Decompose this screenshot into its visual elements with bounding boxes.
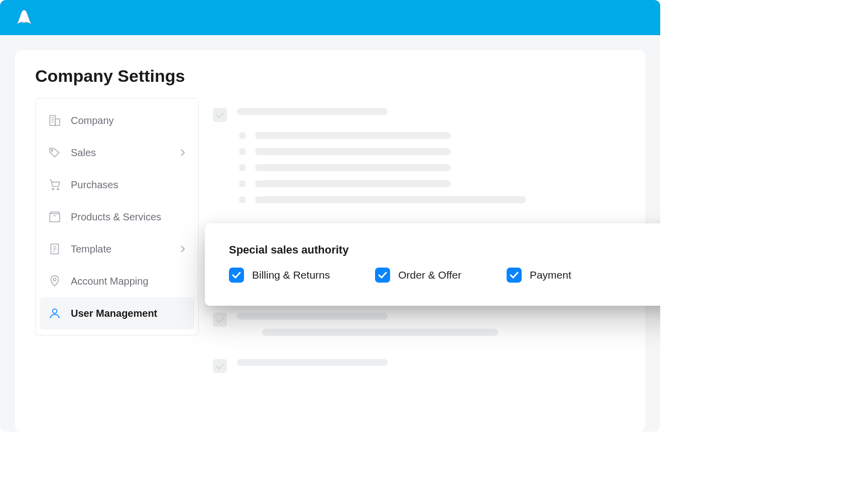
placeholder-checkbox — [213, 313, 227, 327]
user-icon — [48, 306, 62, 320]
checkbox-label: Payment — [530, 269, 571, 281]
checkbox-checked-icon — [375, 268, 390, 283]
sidebar-item-label: Sales — [71, 147, 96, 159]
svg-rect-8 — [50, 214, 60, 222]
placeholder-group — [213, 108, 625, 124]
app-logo-icon — [14, 8, 34, 28]
settings-sidebar: Company Sales — [35, 98, 199, 336]
page-title: Company Settings — [35, 66, 625, 86]
placeholder-checkbox — [213, 108, 227, 122]
checkbox-order-offer[interactable]: Order & Offer — [375, 268, 461, 283]
sidebar-item-purchases[interactable]: Purchases — [40, 169, 194, 201]
placeholder-checkbox — [213, 359, 227, 373]
svg-point-6 — [52, 188, 54, 190]
checkbox-billing-returns[interactable]: Billing & Returns — [229, 268, 330, 283]
cart-icon — [48, 178, 62, 192]
sidebar-item-products[interactable]: Products & Services — [40, 201, 194, 233]
sidebar-item-sales[interactable]: Sales — [40, 137, 194, 169]
sales-authority-popover: Special sales authority Billing & Return… — [205, 223, 660, 306]
placeholder-group — [213, 313, 625, 345]
sidebar-item-label: Company — [71, 115, 114, 127]
document-icon — [48, 242, 62, 256]
placeholder-bar — [237, 108, 388, 115]
sidebar-item-label: User Management — [71, 308, 157, 319]
svg-rect-1 — [55, 119, 60, 125]
sidebar-item-label: Template — [71, 243, 111, 255]
svg-point-5 — [51, 150, 53, 151]
svg-point-7 — [57, 188, 59, 190]
map-pin-icon — [48, 274, 62, 288]
chevron-right-icon — [179, 245, 186, 253]
svg-point-14 — [53, 278, 56, 281]
building-icon — [48, 113, 62, 128]
box-icon — [48, 210, 62, 224]
sidebar-item-label: Purchases — [71, 179, 118, 191]
chevron-right-icon — [179, 149, 186, 156]
checkbox-label: Order & Offer — [398, 269, 461, 281]
placeholder-row — [213, 148, 625, 155]
svg-point-15 — [53, 309, 57, 313]
sidebar-item-label: Account Mapping — [71, 276, 149, 287]
checkbox-label: Billing & Returns — [252, 269, 330, 281]
checkbox-checked-icon — [507, 268, 522, 283]
sidebar-item-account-mapping[interactable]: Account Mapping — [40, 265, 194, 297]
sidebar-item-user-management[interactable]: User Management — [40, 297, 194, 329]
placeholder-group — [213, 359, 625, 375]
svg-rect-0 — [50, 115, 55, 125]
placeholder-bar — [237, 313, 388, 320]
titlebar — [0, 0, 660, 35]
sidebar-item-template[interactable]: Template — [40, 233, 194, 265]
placeholder-bar — [262, 329, 498, 336]
placeholder-row — [213, 196, 625, 203]
app-window: Company Settings Company — [0, 0, 660, 432]
popover-title: Special sales authority — [229, 243, 660, 257]
checkbox-checked-icon — [229, 268, 244, 283]
sidebar-item-company[interactable]: Company — [40, 104, 194, 137]
checkbox-payment[interactable]: Payment — [507, 268, 571, 283]
placeholder-bar — [237, 359, 388, 366]
placeholder-row — [213, 132, 625, 139]
tag-icon — [48, 146, 62, 160]
placeholder-row — [213, 180, 625, 187]
placeholder-row — [213, 164, 625, 171]
sidebar-item-label: Products & Services — [71, 211, 161, 223]
